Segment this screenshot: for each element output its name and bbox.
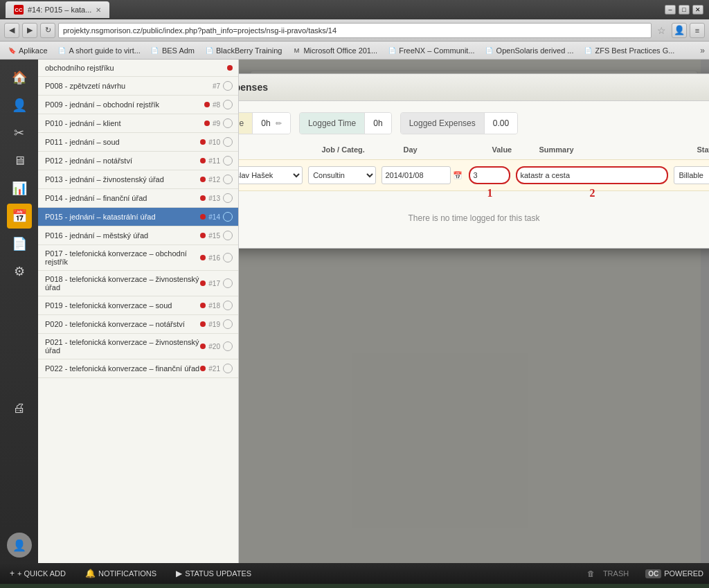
list-item[interactable]: P014 - jednání – finanční úřad #13 [38,189,238,208]
list-item[interactable]: P009 - jednání – obchodní rejstřík #8 [38,96,238,114]
user-avatar[interactable]: 👤 [7,533,32,558]
logged-expenses-box: Logged Expenses 0.00 [400,112,518,134]
list-item[interactable]: P019 - telefonická konverzace – soud #18 [38,296,238,315]
estimated-time-label: Estimated Time [239,113,253,134]
sidebar-chart-icon[interactable]: 📊 [7,176,32,201]
bookmark-freenx[interactable]: 📄 FreeNX – Communit... [384,44,477,57]
browser-toolbar: ◀ ▶ ↻ ☆ 👤 ≡ [0,19,709,42]
list-item[interactable]: P010 - jednání – klient #9 [38,114,238,133]
status-dot [200,139,206,145]
bookmarks-more-btn[interactable]: » [700,46,705,55]
extensions-btn[interactable]: 👤 [672,23,687,38]
bookmark-star-btn[interactable]: ☆ [654,25,669,36]
task-circle [223,118,233,128]
bookmark-zfs[interactable]: 📄 ZFS Best Practices G... [580,44,677,57]
bookmark-icon: 🔖 [7,46,17,55]
sidebar-calendar-icon[interactable]: 📅 [7,204,32,229]
list-item[interactable]: P018 - telefonická konverzace – živnoste… [38,271,238,296]
bookmark-icon: 📄 [204,46,214,55]
bookmark-bes[interactable]: 📄 BES Adm [147,44,197,57]
sidebar-monitor-icon[interactable]: 🖥 [7,148,32,173]
sidebar-tools-icon[interactable]: ✂ [7,121,32,145]
col-user-header: User [239,145,316,154]
list-item[interactable]: P012 - jednání – notářství #11 [38,152,238,170]
status-dot [200,344,206,349]
task-circle [223,212,233,222]
time-expenses-modal: Time and Expenses × Estimated Time 0h ✏ [239,73,709,249]
annotation-2: 2 [589,187,595,199]
col-day-header: Day [404,145,487,154]
address-bar[interactable] [58,23,652,38]
browser-tab[interactable]: CC #14: P015 – kata... ✕ [6,1,109,18]
status-dot [200,214,206,220]
estimated-time-box: Estimated Time 0h ✏ [239,112,291,134]
status-dot [200,303,206,308]
col-value-header: Value [492,145,534,154]
logged-expenses-label: Logged Expenses [401,113,485,134]
status-dot [204,102,210,107]
value-input[interactable] [469,166,510,184]
reload-btn[interactable]: ↻ [40,23,55,38]
list-item[interactable]: P020 - telefonická konverzace – notářstv… [38,315,238,334]
user-select[interactable]: Miroslav Hašek [239,166,303,184]
tab-close-btn[interactable]: ✕ [96,6,101,14]
logged-expenses-value: 0.00 [485,113,517,134]
main-content: No subtasks yet New Subtask Reorder 💬 Le… [239,60,709,563]
list-item[interactable]: obchodního rejstříku [38,60,238,77]
list-item[interactable]: P017 - telefonická konverzace – obchodní… [38,245,238,271]
status-select[interactable]: Billable [674,166,709,184]
maximize-btn[interactable]: □ [679,5,690,15]
bookmark-virt[interactable]: 📄 A short guide to virt... [55,44,143,57]
tab-title: #14: P015 – kata... [28,6,91,14]
list-item-active[interactable]: P015 - jednání – katastrální úřad #14 [38,208,238,226]
edit-icon: ✏ [276,119,282,127]
bookmark-aplicace[interactable]: 🔖 Aplikace [4,44,51,57]
task-circle [223,156,233,166]
list-item[interactable]: P016 - jednání – městský úřad #15 [38,226,238,245]
sidebar: 🏠 👤 ✂ 🖥 📊 📅 📄 ⚙ 🖨 👤 [0,60,38,563]
task-circle [223,137,233,147]
list-item[interactable]: P013 - jednání – živnostenský úřad #12 [38,170,238,189]
bookmark-msoffice[interactable]: M Microsoft Office 201... [289,44,380,57]
quick-add-btn[interactable]: + + QUICK ADD [6,567,70,580]
list-item[interactable]: P008 - zpětvzetí návrhu #7 [38,77,238,96]
sidebar-file-icon[interactable]: 📄 [7,231,32,256]
estimated-time-value: 0h ✏ [253,113,290,134]
job-select[interactable]: Consultin [308,166,376,184]
bookmark-opensolaris[interactable]: 📄 OpenSolaris derived ... [482,44,577,57]
logged-time-value: 0h [365,113,391,134]
bookmark-blackberry[interactable]: 📄 BlackBerry Training [201,44,285,57]
notifications-btn[interactable]: 🔔 NOTIFICATIONS [81,567,161,580]
bottom-toolbar: + + QUICK ADD 🔔 NOTIFICATIONS ▶ STATUS U… [0,563,709,584]
close-btn[interactable]: ✕ [692,5,703,15]
status-dot [204,121,210,126]
sidebar-print-icon[interactable]: 🖨 [7,396,32,421]
status-dot [200,280,206,286]
logged-time-label: Logged Time [300,113,365,134]
forward-btn[interactable]: ▶ [22,23,37,38]
menu-btn[interactable]: ≡ [690,23,705,38]
status-updates-btn[interactable]: ▶ STATUS UPDATES [172,567,255,580]
list-item[interactable]: P021 - telefonická konverzace – živnoste… [38,334,238,359]
time-entry-form-row: 🕐 ☐ Miroslav Hašek Consultin 📅 [239,159,709,191]
list-item[interactable]: P022 - telefonická konverzace – finanční… [38,359,238,378]
calendar-icon[interactable]: 📅 [452,170,463,181]
status-dot [200,321,206,327]
sidebar-settings-icon[interactable]: ⚙ [7,259,32,284]
summary-input[interactable] [516,166,668,184]
sidebar-home-icon[interactable]: 🏠 [7,65,32,90]
col-status-header: Status [697,145,710,154]
status-dot [200,195,206,201]
sidebar-user-icon[interactable]: 👤 [7,93,32,118]
bookmark-icon: 📄 [150,46,160,55]
task-circle [223,341,233,351]
bookmark-icon: 📄 [57,46,67,55]
modal-overlay: Time and Expenses × Estimated Time 0h ✏ [239,60,709,563]
bookmark-icon: 📄 [387,46,397,55]
window-controls: – □ ✕ [665,5,703,15]
day-input[interactable] [382,166,451,184]
status-dot [200,233,206,238]
back-btn[interactable]: ◀ [4,23,19,38]
list-item[interactable]: P011 - jednání – soud #10 [38,133,238,152]
minimize-btn[interactable]: – [665,5,676,15]
